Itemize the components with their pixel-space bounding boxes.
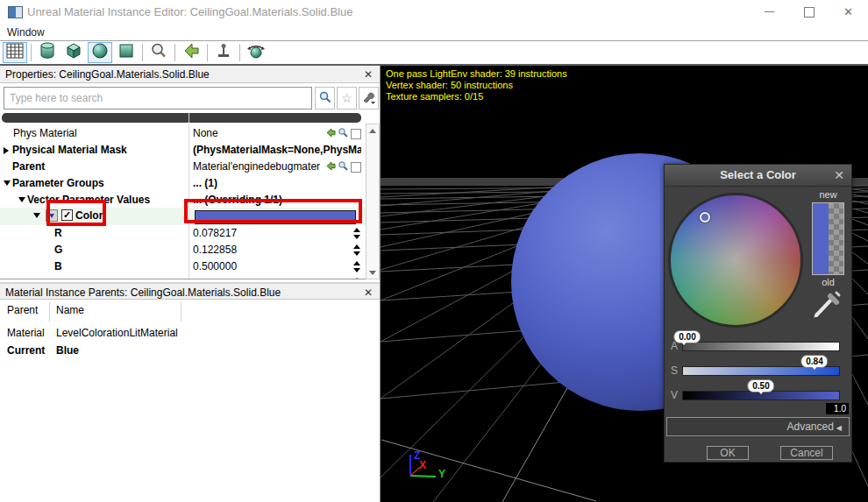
search-input[interactable]	[4, 87, 312, 110]
cancel-button[interactable]: Cancel	[780, 446, 833, 460]
property-value: Material'enginedebugmaterials.L	[193, 160, 320, 173]
dialog-title-bar[interactable]: Select a Color ✕	[665, 165, 851, 187]
property-label: B	[54, 260, 62, 272]
column-divider[interactable]	[49, 302, 50, 322]
dialog-close-icon[interactable]: ✕	[834, 165, 844, 186]
name-cell: LevelColorationLitMaterial	[56, 327, 178, 339]
property-row-phys-material[interactable]: Phys Material None	[0, 125, 366, 142]
toolbar	[0, 41, 868, 66]
property-grid-scrollbar[interactable]	[366, 124, 380, 279]
spinner[interactable]	[352, 226, 362, 241]
use-selected-icon[interactable]	[324, 127, 336, 141]
toolbar-sphere-button[interactable]	[88, 42, 112, 63]
property-label: G	[54, 244, 62, 256]
property-row-g[interactable]: G 0.122858	[0, 242, 366, 258]
property-value[interactable]: 0.122858	[193, 244, 361, 256]
property-row-r[interactable]: R 0.078217	[0, 225, 366, 242]
dialog-title: Select a Color	[720, 168, 796, 181]
clear-icon[interactable]	[351, 162, 361, 173]
new-color-swatch	[813, 203, 829, 274]
close-button[interactable]: ✕	[829, 0, 868, 24]
toolbar-cube-button[interactable]	[61, 42, 86, 63]
property-value: ... (1)	[193, 177, 361, 189]
property-row-a[interactable]: A 0.000000	[0, 275, 366, 279]
expand-right-icon[interactable]	[4, 147, 9, 154]
saturation-slider-thumb[interactable]	[811, 365, 818, 370]
toolbar-back-arrow-button[interactable]	[179, 42, 203, 63]
properties-close-icon[interactable]: ✕	[364, 66, 373, 83]
favorites-button[interactable]: ☆	[337, 87, 357, 110]
minimize-button[interactable]	[750, 0, 789, 24]
stats-line: One pass LightEnv shader: 39 instruction…	[386, 68, 567, 80]
collapse-icon[interactable]	[4, 180, 11, 186]
new-old-color-swatch	[812, 202, 844, 275]
parent-cell: Current	[7, 344, 45, 357]
spinner[interactable]	[352, 243, 362, 258]
collapse-left-icon: ◀	[836, 424, 842, 432]
range-max-value: 1.0	[826, 403, 849, 414]
property-label: Parent	[12, 160, 45, 173]
annotation-box-color-swatch	[184, 199, 362, 223]
ok-button[interactable]: OK	[707, 446, 749, 460]
column-header-name[interactable]: Name	[56, 304, 84, 316]
plane-icon	[117, 42, 135, 63]
advanced-button[interactable]: Advanced◀	[666, 417, 850, 436]
properties-panel-header[interactable]: Properties: CeilingGoal.Materials.Solid.…	[0, 66, 380, 83]
color-wheel-selector[interactable]	[700, 212, 710, 223]
spinner[interactable]	[352, 259, 362, 274]
property-value[interactable]: 0.500000	[193, 260, 361, 272]
toolbar-plane-button[interactable]	[114, 42, 139, 63]
toolbar-magnifier-button[interactable]	[146, 42, 171, 63]
alpha-slider[interactable]	[682, 342, 840, 351]
column-divider[interactable]	[181, 302, 181, 322]
parents-close-icon[interactable]: ✕	[364, 284, 373, 301]
toolbar-rotate-view-button[interactable]	[244, 42, 268, 63]
scroll-down-icon[interactable]	[366, 266, 379, 279]
property-value[interactable]: 0.000000	[193, 277, 361, 279]
toolbar-separator	[174, 44, 175, 61]
left-panel: Properties: CeilingGoal.Materials.Solid.…	[0, 66, 381, 502]
back-arrow-icon	[182, 42, 201, 63]
parents-panel-header[interactable]: Material Instance Parents: CeilingGoal.M…	[0, 282, 380, 300]
browse-icon[interactable]	[338, 160, 349, 174]
browse-icon[interactable]	[338, 127, 349, 141]
menu-window[interactable]: Window	[7, 26, 45, 39]
sphere-icon	[91, 42, 109, 63]
use-selected-icon[interactable]	[324, 160, 336, 174]
property-value[interactable]: 0.078217	[193, 227, 361, 239]
alpha-slider-thumb[interactable]	[680, 341, 687, 345]
menu-bar: Window	[0, 24, 868, 41]
color-wheel[interactable]	[668, 193, 803, 328]
collapse-icon[interactable]	[18, 197, 25, 202]
eyedropper-icon[interactable]	[809, 287, 844, 326]
wrench-icon	[361, 90, 377, 107]
spinner[interactable]	[352, 276, 362, 279]
parent-cell: Material	[7, 327, 45, 339]
options-button[interactable]	[359, 87, 379, 110]
annotation-box-color-checkbox	[46, 200, 106, 226]
title-bar[interactable]: Unreal Material Instance Editor: Ceiling…	[0, 0, 868, 24]
collapse-icon[interactable]	[33, 213, 40, 218]
property-row-parameter-groups[interactable]: Parameter Groups ... (1)	[0, 175, 366, 192]
maximize-button[interactable]	[789, 0, 829, 24]
scroll-up-icon[interactable]	[366, 124, 379, 137]
property-label: Physical Material Mask	[12, 144, 127, 156]
property-row-physical-material-mask[interactable]: Physical Material Mask (PhysMaterialMask…	[0, 142, 366, 159]
toolbar-joystick-button[interactable]	[211, 42, 236, 63]
alpha-value-bubble[interactable]: 0.00	[673, 330, 701, 343]
stats-line: Vertex shader: 50 instructions	[386, 80, 567, 91]
name-cell: Blue	[56, 344, 79, 357]
cube-icon	[65, 42, 82, 63]
column-header-parent[interactable]: Parent	[7, 304, 38, 316]
toolbar-cylinder-button[interactable]	[35, 42, 60, 63]
magnifier-icon	[150, 42, 167, 63]
window-title: Unreal Material Instance Editor: Ceiling…	[27, 5, 352, 18]
value-slider-thumb[interactable]	[758, 390, 765, 394]
clear-icon[interactable]	[351, 129, 361, 139]
select-color-dialog: Select a Color ✕ new old A 0.00 S 0.84 V…	[664, 164, 852, 463]
property-row-parent[interactable]: Parent Material'enginedebugmaterials.L	[0, 159, 366, 175]
property-grid-splitter[interactable]	[2, 113, 361, 123]
property-row-b[interactable]: B 0.500000	[0, 258, 366, 275]
search-go-button[interactable]	[315, 87, 335, 110]
toolbar-background-grid-button[interactable]	[3, 42, 27, 63]
